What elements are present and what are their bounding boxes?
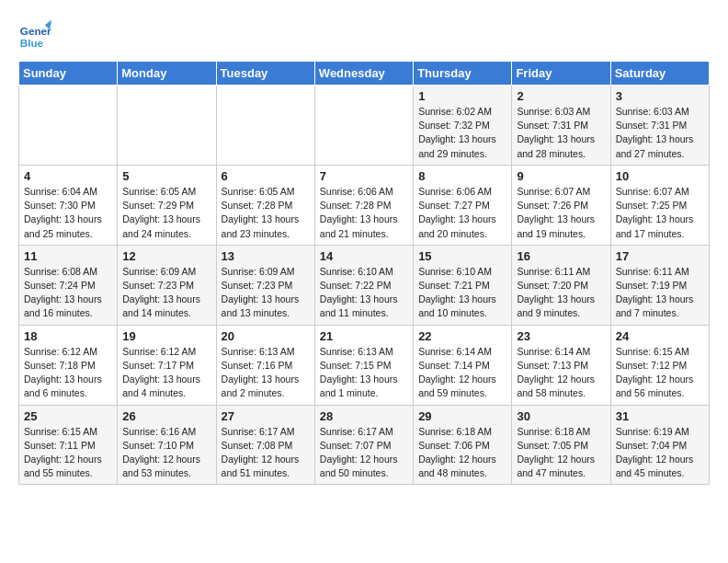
day-number: 21: [320, 329, 408, 343]
weekday-header: Tuesday: [216, 62, 314, 86]
day-number: 17: [616, 249, 704, 263]
day-info: Sunrise: 6:19 AM Sunset: 7:04 PM Dayligh…: [616, 425, 704, 481]
day-info: Sunrise: 6:05 AM Sunset: 7:28 PM Dayligh…: [222, 185, 310, 241]
calendar-week-row: 25Sunrise: 6:15 AM Sunset: 7:11 PM Dayli…: [19, 405, 710, 485]
calendar-cell: 11Sunrise: 6:08 AM Sunset: 7:24 PM Dayli…: [19, 245, 118, 325]
calendar-cell: 22Sunrise: 6:14 AM Sunset: 7:14 PM Dayli…: [414, 325, 512, 405]
calendar-cell: 25Sunrise: 6:15 AM Sunset: 7:11 PM Dayli…: [19, 405, 118, 485]
weekday-header: Monday: [118, 62, 216, 86]
calendar-cell: [118, 86, 216, 166]
day-info: Sunrise: 6:05 AM Sunset: 7:29 PM Dayligh…: [122, 185, 210, 241]
svg-text:Blue: Blue: [20, 37, 44, 49]
weekday-header: Saturday: [610, 62, 709, 86]
day-info: Sunrise: 6:09 AM Sunset: 7:23 PM Dayligh…: [122, 265, 210, 321]
logo-icon: General Blue: [18, 18, 51, 52]
weekday-header: Sunday: [19, 62, 118, 86]
day-info: Sunrise: 6:12 AM Sunset: 7:17 PM Dayligh…: [122, 345, 210, 401]
day-info: Sunrise: 6:07 AM Sunset: 7:25 PM Dayligh…: [616, 185, 704, 241]
day-number: 24: [616, 329, 704, 343]
calendar-cell: 23Sunrise: 6:14 AM Sunset: 7:13 PM Dayli…: [512, 325, 610, 405]
day-number: 4: [24, 169, 112, 183]
day-info: Sunrise: 6:17 AM Sunset: 7:08 PM Dayligh…: [222, 425, 310, 481]
calendar-cell: 18Sunrise: 6:12 AM Sunset: 7:18 PM Dayli…: [19, 325, 118, 405]
day-info: Sunrise: 6:10 AM Sunset: 7:22 PM Dayligh…: [320, 265, 408, 321]
calendar-cell: 3Sunrise: 6:03 AM Sunset: 7:31 PM Daylig…: [610, 86, 709, 166]
day-number: 20: [222, 329, 310, 343]
weekday-header-row: SundayMondayTuesdayWednesdayThursdayFrid…: [19, 62, 710, 86]
calendar-cell: 2Sunrise: 6:03 AM Sunset: 7:31 PM Daylig…: [512, 86, 610, 166]
day-info: Sunrise: 6:18 AM Sunset: 7:06 PM Dayligh…: [418, 425, 506, 481]
logo: General Blue: [18, 18, 51, 52]
calendar-cell: 24Sunrise: 6:15 AM Sunset: 7:12 PM Dayli…: [610, 325, 709, 405]
weekday-header: Wednesday: [314, 62, 413, 86]
day-info: Sunrise: 6:13 AM Sunset: 7:16 PM Dayligh…: [222, 345, 310, 401]
day-number: 23: [517, 329, 605, 343]
calendar-cell: 15Sunrise: 6:10 AM Sunset: 7:21 PM Dayli…: [414, 245, 512, 325]
day-info: Sunrise: 6:08 AM Sunset: 7:24 PM Dayligh…: [24, 265, 112, 321]
calendar-week-row: 4Sunrise: 6:04 AM Sunset: 7:30 PM Daylig…: [19, 165, 710, 245]
day-info: Sunrise: 6:14 AM Sunset: 7:13 PM Dayligh…: [517, 345, 605, 401]
calendar-cell: 7Sunrise: 6:06 AM Sunset: 7:28 PM Daylig…: [314, 165, 413, 245]
calendar-table: SundayMondayTuesdayWednesdayThursdayFrid…: [18, 61, 710, 485]
calendar-cell: 16Sunrise: 6:11 AM Sunset: 7:20 PM Dayli…: [512, 245, 610, 325]
day-number: 16: [517, 249, 605, 263]
day-number: 15: [418, 249, 506, 263]
calendar-cell: 27Sunrise: 6:17 AM Sunset: 7:08 PM Dayli…: [216, 405, 314, 485]
day-info: Sunrise: 6:06 AM Sunset: 7:28 PM Dayligh…: [320, 185, 408, 241]
day-number: 22: [418, 329, 506, 343]
day-number: 6: [222, 169, 310, 183]
calendar-cell: [19, 86, 118, 166]
day-info: Sunrise: 6:10 AM Sunset: 7:21 PM Dayligh…: [418, 265, 506, 321]
calendar-cell: 20Sunrise: 6:13 AM Sunset: 7:16 PM Dayli…: [216, 325, 314, 405]
calendar-cell: 31Sunrise: 6:19 AM Sunset: 7:04 PM Dayli…: [610, 405, 709, 485]
day-number: 2: [517, 89, 605, 103]
day-number: 12: [122, 249, 210, 263]
day-info: Sunrise: 6:06 AM Sunset: 7:27 PM Dayligh…: [418, 185, 506, 241]
day-info: Sunrise: 6:02 AM Sunset: 7:32 PM Dayligh…: [418, 105, 506, 161]
calendar-cell: 4Sunrise: 6:04 AM Sunset: 7:30 PM Daylig…: [19, 165, 118, 245]
day-number: 5: [122, 169, 210, 183]
day-number: 14: [320, 249, 408, 263]
day-info: Sunrise: 6:03 AM Sunset: 7:31 PM Dayligh…: [616, 105, 704, 161]
calendar-cell: 1Sunrise: 6:02 AM Sunset: 7:32 PM Daylig…: [414, 86, 512, 166]
day-number: 7: [320, 169, 408, 183]
day-number: 28: [320, 409, 408, 423]
calendar-cell: [216, 86, 314, 166]
day-number: 3: [616, 89, 704, 103]
day-info: Sunrise: 6:12 AM Sunset: 7:18 PM Dayligh…: [24, 345, 112, 401]
calendar-cell: 9Sunrise: 6:07 AM Sunset: 7:26 PM Daylig…: [512, 165, 610, 245]
day-number: 1: [418, 89, 506, 103]
day-info: Sunrise: 6:11 AM Sunset: 7:19 PM Dayligh…: [616, 265, 704, 321]
calendar-cell: 17Sunrise: 6:11 AM Sunset: 7:19 PM Dayli…: [610, 245, 709, 325]
calendar-cell: 29Sunrise: 6:18 AM Sunset: 7:06 PM Dayli…: [414, 405, 512, 485]
page-header: General Blue: [18, 18, 710, 52]
day-info: Sunrise: 6:13 AM Sunset: 7:15 PM Dayligh…: [320, 345, 408, 401]
day-number: 10: [616, 169, 704, 183]
day-number: 30: [517, 409, 605, 423]
calendar-cell: 8Sunrise: 6:06 AM Sunset: 7:27 PM Daylig…: [414, 165, 512, 245]
day-number: 31: [616, 409, 704, 423]
day-info: Sunrise: 6:04 AM Sunset: 7:30 PM Dayligh…: [24, 185, 112, 241]
day-info: Sunrise: 6:11 AM Sunset: 7:20 PM Dayligh…: [517, 265, 605, 321]
day-number: 29: [418, 409, 506, 423]
day-info: Sunrise: 6:03 AM Sunset: 7:31 PM Dayligh…: [517, 105, 605, 161]
day-info: Sunrise: 6:18 AM Sunset: 7:05 PM Dayligh…: [517, 425, 605, 481]
calendar-week-row: 11Sunrise: 6:08 AM Sunset: 7:24 PM Dayli…: [19, 245, 710, 325]
calendar-cell: 6Sunrise: 6:05 AM Sunset: 7:28 PM Daylig…: [216, 165, 314, 245]
day-number: 26: [122, 409, 210, 423]
calendar-cell: 26Sunrise: 6:16 AM Sunset: 7:10 PM Dayli…: [118, 405, 216, 485]
calendar-cell: 12Sunrise: 6:09 AM Sunset: 7:23 PM Dayli…: [118, 245, 216, 325]
calendar-week-row: 1Sunrise: 6:02 AM Sunset: 7:32 PM Daylig…: [19, 86, 710, 166]
calendar-cell: 10Sunrise: 6:07 AM Sunset: 7:25 PM Dayli…: [610, 165, 709, 245]
calendar-cell: 13Sunrise: 6:09 AM Sunset: 7:23 PM Dayli…: [216, 245, 314, 325]
day-number: 25: [24, 409, 112, 423]
day-info: Sunrise: 6:07 AM Sunset: 7:26 PM Dayligh…: [517, 185, 605, 241]
calendar-cell: [314, 86, 413, 166]
calendar-cell: 21Sunrise: 6:13 AM Sunset: 7:15 PM Dayli…: [314, 325, 413, 405]
day-number: 13: [222, 249, 310, 263]
day-info: Sunrise: 6:15 AM Sunset: 7:11 PM Dayligh…: [24, 425, 112, 481]
weekday-header: Friday: [512, 62, 610, 86]
day-info: Sunrise: 6:09 AM Sunset: 7:23 PM Dayligh…: [222, 265, 310, 321]
day-number: 27: [222, 409, 310, 423]
day-number: 18: [24, 329, 112, 343]
